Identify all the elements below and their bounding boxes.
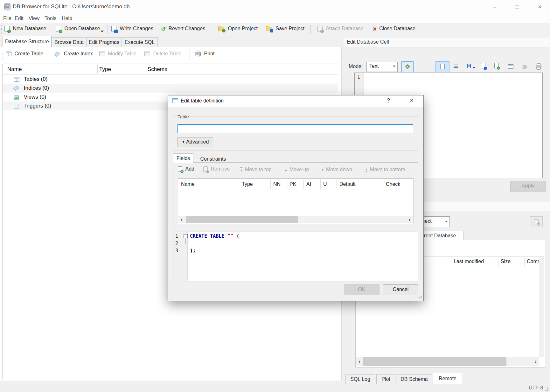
import-data-button[interactable] — [481, 63, 485, 68]
move-down-button[interactable]: ▾ Move down — [322, 167, 352, 172]
maximize-button[interactable] — [512, 3, 522, 11]
close-database-button[interactable]: × Close Database — [373, 26, 415, 32]
print-button[interactable]: Print — [195, 51, 214, 57]
open-project-button[interactable]: → Open Project — [218, 26, 258, 32]
fields-grid-scrollbar[interactable]: ‹ › — [178, 216, 413, 223]
cancel-button[interactable]: Cancel — [383, 284, 418, 295]
column-divider[interactable] — [97, 65, 98, 74]
close-window-button[interactable]: × — [534, 3, 545, 11]
move-to-top-button[interactable]: ▴ Move to top — [240, 167, 272, 172]
menu-view[interactable]: View — [28, 15, 40, 22]
move-up-button[interactable]: ▴ Move up — [285, 167, 309, 172]
dialog-resize-grip[interactable] — [418, 295, 422, 298]
tab-sql-log[interactable]: SQL Log — [345, 374, 375, 384]
grid-column-name[interactable]: Name — [181, 181, 195, 187]
scrollbar-thumb[interactable] — [363, 357, 506, 366]
column-last-modified[interactable]: Last modified — [454, 259, 484, 264]
tab-fields[interactable]: Fields — [173, 153, 193, 163]
structure-toolbar-handle[interactable] — [3, 52, 4, 60]
apply-button[interactable]: Apply — [510, 181, 546, 192]
column-divider[interactable] — [239, 179, 239, 189]
encoding-indicator[interactable]: UTF-8 — [529, 385, 543, 391]
text-mode-toggle-button[interactable] — [435, 61, 449, 72]
tab-constraints[interactable]: Constraints — [193, 155, 233, 163]
vertical-scrollbar[interactable] — [539, 257, 544, 357]
tab-execute-sql[interactable]: Execute SQL — [122, 37, 158, 47]
grid-column-u[interactable]: U — [323, 181, 327, 187]
scroll-right-icon[interactable]: › — [406, 216, 413, 223]
menu-tools[interactable]: Tools — [44, 15, 57, 22]
column-divider[interactable] — [287, 179, 287, 189]
clone-database-button[interactable]: → — [530, 216, 543, 227]
advanced-button[interactable]: ▼ Advanced — [178, 137, 213, 147]
column-divider[interactable] — [303, 179, 304, 189]
print-cell-button[interactable] — [536, 64, 541, 69]
tab-edit-pragmas[interactable]: Edit Pragmas — [86, 37, 122, 47]
column-divider[interactable] — [498, 257, 498, 267]
tree-row-indices[interactable]: Indices (0) — [3, 84, 338, 93]
new-database-button[interactable]: + New Database — [4, 26, 46, 32]
column-divider[interactable] — [337, 179, 337, 189]
grid-column-pk[interactable]: PK — [289, 181, 296, 187]
auto-switch-mode-button[interactable] — [401, 61, 414, 72]
grid-column-ai[interactable]: AI — [306, 181, 311, 187]
export-data-button[interactable]: → — [494, 63, 499, 68]
ok-button[interactable]: OK — [344, 284, 379, 295]
delete-table-button[interactable]: Delete Table — [144, 51, 181, 57]
column-divider[interactable] — [320, 179, 321, 189]
tab-browse-data[interactable]: Browse Data — [52, 37, 87, 47]
tree-row-tables[interactable]: Tables (0) — [3, 75, 338, 84]
set-null-button[interactable] — [522, 64, 527, 70]
menu-help[interactable]: Help — [61, 15, 73, 22]
grid-column-nn[interactable]: NN — [273, 181, 281, 187]
column-commit[interactable]: Commit — [527, 259, 539, 264]
toolbar-drag-handle[interactable] — [1, 25, 3, 34]
sql-preview-editor[interactable]: 1 2 3 CREATE TABLE""( ); — [173, 232, 418, 282]
tab-remote[interactable]: Remote — [433, 373, 462, 384]
attach-database-button[interactable]: Attach Database — [317, 26, 364, 32]
open-database-dropdown-arrow[interactable] — [101, 31, 104, 32]
help-button[interactable]: ? — [387, 97, 390, 104]
save-project-button[interactable]: Save Project — [266, 26, 304, 32]
create-table-button[interactable]: Create Table — [6, 51, 43, 57]
remove-field-button[interactable]: Remove — [203, 166, 230, 174]
menu-file[interactable]: File — [3, 15, 12, 22]
column-divider[interactable] — [451, 257, 451, 267]
add-field-button[interactable]: + Add — [178, 166, 194, 174]
tree-column-schema[interactable]: Schema — [148, 66, 167, 73]
code-fold-icon[interactable] — [184, 234, 188, 238]
horizontal-scrollbar[interactable]: ‹ › — [356, 357, 539, 366]
resize-grip[interactable] — [545, 387, 548, 391]
open-in-window-button[interactable] — [508, 63, 513, 69]
tab-plot[interactable]: Plot — [376, 374, 395, 384]
scroll-left-icon[interactable]: ‹ — [178, 216, 185, 223]
tab-database-structure[interactable]: Database Structure — [3, 36, 52, 47]
save-dropdown-arrow[interactable] — [473, 67, 475, 69]
column-divider[interactable] — [383, 179, 383, 189]
open-database-button[interactable]: → Open Database — [56, 26, 100, 32]
dialog-title-bar[interactable]: Edit table definition ? × — [168, 95, 423, 107]
save-cell-button[interactable] — [467, 63, 475, 69]
table-name-input[interactable] — [178, 124, 413, 133]
create-index-button[interactable]: Create Index — [55, 51, 93, 57]
grid-column-default[interactable]: Default — [339, 181, 356, 187]
revert-changes-button[interactable]: ↺ Revert Changes — [161, 26, 205, 32]
scrollbar-thumb[interactable] — [186, 216, 298, 223]
column-divider[interactable] — [270, 179, 271, 189]
grid-column-type[interactable]: Type — [242, 181, 253, 187]
menu-edit[interactable]: Edit — [14, 15, 24, 22]
column-size[interactable]: Size — [501, 259, 511, 264]
scroll-right-icon[interactable]: › — [533, 357, 539, 366]
move-to-bottom-button[interactable]: ▾ Move to bottom — [366, 167, 405, 172]
column-divider[interactable] — [524, 257, 525, 267]
dialog-close-icon[interactable]: × — [410, 98, 414, 103]
tree-column-type[interactable]: Type — [99, 66, 111, 73]
scroll-left-icon[interactable]: ‹ — [356, 357, 363, 366]
mode-select[interactable]: Text — [366, 62, 398, 72]
tab-db-schema[interactable]: DB Schema — [396, 374, 432, 384]
column-divider[interactable] — [146, 65, 146, 74]
minimize-button[interactable]: – — [489, 3, 500, 11]
word-wrap-button[interactable] — [454, 64, 458, 69]
grid-column-check[interactable]: Check — [386, 181, 400, 187]
tree-column-name[interactable]: Name — [7, 66, 22, 73]
